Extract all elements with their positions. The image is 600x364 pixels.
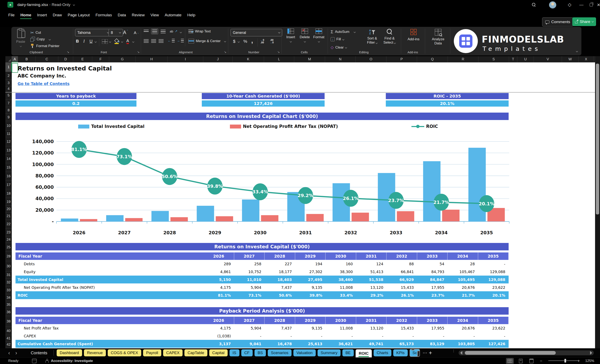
paste-button[interactable]: Paste — [15, 29, 27, 47]
increase-indent-button[interactable]: → — [177, 39, 184, 43]
row-header-7[interactable]: 7 — [5, 100, 12, 107]
row-header-8[interactable]: 8 — [5, 107, 12, 114]
bottom-align-button[interactable] — [161, 30, 166, 34]
column-header-P[interactable]: P — [386, 56, 417, 62]
row-header-38[interactable]: 38 — [5, 316, 12, 327]
sheet-tab-summary[interactable]: Summary — [318, 349, 340, 356]
grow-font-button[interactable]: Aˆ — [123, 30, 128, 35]
comments-button[interactable]: Comments — [542, 17, 573, 27]
autosum-button[interactable]: Σ AutoSum — [331, 29, 356, 34]
row-header-22[interactable]: 22 — [5, 220, 12, 228]
row-header-9[interactable]: 9 — [5, 114, 12, 121]
column-header-Q[interactable]: Q — [417, 56, 448, 62]
sheet-tab-valuation[interactable]: Valuation — [293, 349, 316, 356]
macro-record-icon[interactable] — [32, 359, 37, 363]
column-header-X[interactable]: X — [579, 56, 594, 62]
column-header-B[interactable]: B — [18, 56, 36, 62]
column-header-K[interactable]: K — [233, 56, 264, 62]
sheet-tab-prev-icon[interactable]: ‹ — [8, 351, 10, 355]
font-color-button[interactable]: A — [126, 38, 129, 43]
zoom-in-button[interactable]: + — [577, 359, 580, 363]
row-header-24[interactable]: 24 — [5, 236, 12, 243]
column-header-N[interactable]: N — [325, 56, 356, 62]
row-header-17[interactable]: 17 — [5, 181, 12, 189]
sheet-tab-sc[interactable]: Sc — [410, 349, 420, 357]
row-header-1[interactable]: 1 — [5, 62, 12, 72]
horizontal-scrollbar-thumb[interactable] — [465, 351, 556, 355]
add-ins-button[interactable]: Add-ins — [405, 29, 422, 41]
column-headers[interactable]: ABCDEFGHIJKLMNOPQRSTUVWX — [12, 56, 595, 63]
row-header-23[interactable]: 23 — [5, 228, 12, 236]
alignment-dialog-launcher[interactable]: ↘ — [224, 50, 226, 54]
column-header-H[interactable]: H — [136, 56, 168, 62]
row-header-31[interactable]: 31 — [5, 272, 12, 278]
zoom-slider-thumb[interactable] — [564, 359, 566, 363]
orientation-dropdown-icon[interactable] — [180, 31, 182, 33]
underline-button[interactable]: U — [90, 39, 93, 44]
fill-color-button[interactable] — [114, 39, 119, 43]
sheet-tab-kpis[interactable]: KPIs — [393, 349, 408, 356]
font-size-select[interactable]: 8 — [109, 29, 123, 36]
restore-button[interactable] — [588, 2, 595, 8]
row-header-41[interactable]: 41 — [5, 335, 12, 342]
tab-help[interactable]: Help — [184, 9, 198, 20]
comma-style-button[interactable]: , — [251, 37, 253, 45]
sheet-tab-payroll[interactable]: Payroll — [143, 349, 161, 356]
tab-scroll-handle[interactable]: ⋮ — [452, 350, 454, 352]
row-header-16[interactable]: 16 — [5, 172, 12, 181]
column-header-S[interactable]: S — [478, 56, 509, 62]
close-button[interactable]: × — [597, 2, 600, 8]
sheet-tab-cf[interactable]: CF — [241, 349, 253, 356]
tab-file[interactable]: File — [5, 9, 18, 20]
row-header-2[interactable]: 2 — [5, 72, 12, 80]
column-header-U[interactable]: U — [517, 56, 534, 62]
row-header-32[interactable]: 32 — [5, 278, 12, 286]
column-header-A[interactable]: A — [12, 56, 18, 62]
row-header-15[interactable]: 15 — [5, 163, 12, 172]
sort-filter-button[interactable]: AZ Sort &Filter — [364, 29, 380, 45]
row-header-21[interactable]: 21 — [5, 212, 12, 220]
row-header-18[interactable]: 18 — [5, 189, 12, 198]
row-header-33[interactable]: 33 — [5, 286, 12, 294]
tab-data[interactable]: Data — [115, 9, 129, 20]
sheet-tab-roic[interactable]: ROIC — [356, 349, 372, 358]
zoom-slider[interactable] — [548, 361, 579, 361]
row-header-30[interactable]: 30 — [5, 261, 12, 272]
sheet-tab-dashboard[interactable]: Dashboard — [57, 349, 82, 356]
analyze-data-button[interactable]: AnalyzeData — [428, 29, 448, 46]
row-header-40[interactable]: 40 — [5, 327, 12, 335]
column-header-G[interactable]: G — [109, 56, 136, 62]
format-painter-button[interactable]: Format Painter — [30, 44, 59, 48]
add-sheet-icon[interactable]: + — [429, 350, 432, 356]
sheet-tab-capital[interactable]: Capital — [209, 349, 228, 356]
row-header-10[interactable]: 10 — [5, 121, 12, 131]
middle-align-button[interactable] — [151, 28, 158, 34]
underline-dropdown-icon[interactable] — [95, 41, 97, 43]
column-header-J[interactable]: J — [203, 56, 233, 62]
percent-style-button[interactable]: % — [243, 39, 247, 44]
row-header-36[interactable]: 36 — [5, 308, 12, 316]
clear-button[interactable]: ◇ Clear — [331, 45, 347, 50]
row-header-25[interactable]: 25 — [5, 243, 12, 252]
sheet-tab-next-icon[interactable]: › — [15, 351, 17, 355]
zoom-level[interactable]: 125% — [585, 359, 594, 363]
sheet-tab-more-icon[interactable]: ⋯ — [422, 350, 427, 355]
align-center-button[interactable] — [151, 39, 156, 43]
row-header-42[interactable]: 42 — [5, 342, 12, 347]
column-header-D[interactable]: D — [58, 56, 73, 62]
sheet-tab-scenarios[interactable]: Scenarios — [268, 349, 291, 356]
row-header-11[interactable]: 11 — [5, 131, 12, 137]
borders-dropdown-icon[interactable] — [109, 41, 111, 43]
share-button[interactable]: Share — [572, 17, 596, 26]
page-break-view-button[interactable] — [527, 358, 535, 364]
scroll-left-icon[interactable] — [460, 351, 462, 355]
delete-cells-button[interactable]: × Delete — [298, 28, 311, 43]
tab-view[interactable]: View — [148, 9, 162, 20]
zoom-out-button[interactable]: − — [540, 359, 542, 363]
fill-button[interactable]: ↓ Fill — [331, 37, 344, 41]
table-of-contents-link[interactable]: Go to Table of Contents — [18, 82, 69, 86]
font-dialog-launcher[interactable]: ↘ — [137, 50, 140, 54]
tab-page-layout[interactable]: Page Layout — [65, 9, 93, 20]
row-header-19[interactable]: 19 — [5, 198, 12, 206]
merge-center-button[interactable]: Merge & Center — [188, 39, 226, 43]
